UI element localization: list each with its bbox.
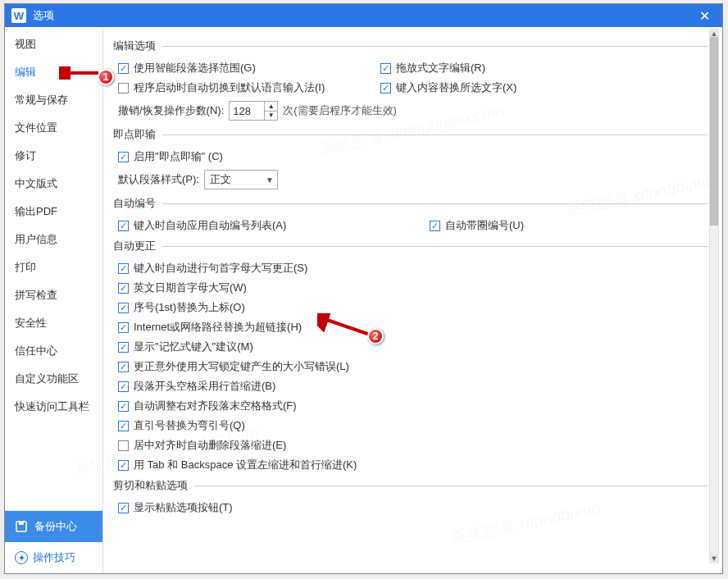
- section-title: 自动更正: [113, 239, 156, 253]
- tips-link[interactable]: ✦ 操作技巧: [5, 542, 102, 573]
- checkbox-label[interactable]: 显示粘贴选项按钮(T): [134, 500, 233, 515]
- backup-icon: [15, 520, 28, 533]
- section-title: 自动编号: [113, 196, 156, 211]
- section-title: 剪切和粘贴选项: [113, 478, 188, 493]
- sidebar-item-user-info[interactable]: 用户信息: [5, 226, 102, 253]
- checkbox-ordinal-superscript[interactable]: [118, 303, 129, 313]
- sidebar-item-chinese-layout[interactable]: 中文版式: [5, 170, 102, 198]
- sidebar: 视图 编辑 常规与保存 文件位置 修订 中文版式 输出PDF 用户信息 打印 拼…: [5, 27, 103, 573]
- checkbox-label[interactable]: Internet或网络路径替换为超链接(H): [134, 320, 302, 335]
- section-header-auto-number: 自动编号: [113, 196, 708, 211]
- checkbox-label[interactable]: 直引号替换为弯引号(Q): [134, 418, 245, 433]
- window-title: 选项: [33, 8, 693, 23]
- scrollbar[interactable]: ▲ ▼: [709, 29, 719, 563]
- sidebar-item-view[interactable]: 视图: [5, 30, 102, 58]
- undo-steps-input[interactable]: 128 ▲ ▼: [229, 101, 278, 121]
- sidebar-item-trust-center[interactable]: 信任中心: [5, 337, 102, 365]
- checkbox-label[interactable]: 自动调整右对齐段落末空格格式(F): [134, 399, 297, 413]
- sidebar-item-quick-access[interactable]: 快速访问工具栏: [5, 393, 102, 421]
- checkbox-memory-suggestion[interactable]: [118, 342, 129, 353]
- checkbox-sentence-cap[interactable]: [118, 263, 129, 274]
- auto-correct-list: 键入时自动进行句首字母大写更正(S) 英文日期首字母大写(W) 序号(1st)替…: [113, 258, 708, 475]
- divider: [162, 203, 708, 204]
- checkbox-label[interactable]: 使用智能段落选择范围(G): [134, 61, 256, 75]
- annotation-badge-2: 2: [367, 328, 384, 344]
- section-title: 编辑选项: [113, 39, 156, 53]
- sidebar-list: 视图 编辑 常规与保存 文件位置 修订 中文版式 输出PDF 用户信息 打印 拼…: [5, 27, 102, 510]
- checkbox-label[interactable]: 用 Tab 和 Backspace 设置左缩进和首行缩进(K): [134, 458, 357, 472]
- sidebar-item-revision[interactable]: 修订: [5, 142, 102, 170]
- sidebar-item-customize-ribbon[interactable]: 自定义功能区: [5, 365, 102, 393]
- divider: [162, 46, 708, 47]
- checkbox-circle-number[interactable]: [430, 221, 440, 231]
- checkbox-auto-number-list[interactable]: [118, 221, 129, 231]
- close-button[interactable]: ✕: [693, 8, 716, 24]
- checkbox-smart-paragraph[interactable]: [118, 63, 129, 74]
- sidebar-item-print[interactable]: 打印: [5, 253, 102, 281]
- checkbox-label[interactable]: 序号(1st)替换为上标(O): [134, 300, 245, 315]
- checkbox-label[interactable]: 更正意外使用大写锁定键产生的大小写错误(L): [134, 359, 349, 374]
- annotation-badge-1: 1: [98, 69, 114, 85]
- backup-center-label: 备份中心: [34, 519, 77, 534]
- sidebar-item-file-location[interactable]: 文件位置: [5, 114, 102, 142]
- checkbox-label[interactable]: 英文日期首字母大写(W): [134, 280, 247, 295]
- lightbulb-icon: ✦: [15, 551, 28, 564]
- divider: [162, 246, 708, 247]
- section-title: 即点即输: [113, 127, 156, 142]
- checkbox-label[interactable]: 程序启动时自动切换到默认语言输入法(I): [134, 80, 325, 95]
- section-header-click-type: 即点即输: [113, 127, 708, 142]
- checkbox-label[interactable]: 显示"记忆式键入"建议(M): [134, 340, 253, 354]
- backup-center-button[interactable]: 备份中心: [5, 511, 102, 542]
- checkbox-date-cap[interactable]: [118, 283, 129, 294]
- checkbox-replace-selected[interactable]: [380, 83, 391, 93]
- sidebar-item-edit[interactable]: 编辑: [5, 58, 102, 86]
- default-style-label: 默认段落样式(P):: [118, 172, 199, 187]
- checkbox-capslock-correct[interactable]: [118, 362, 129, 372]
- checkbox-first-line-indent[interactable]: [118, 381, 129, 392]
- svg-rect-1: [19, 522, 24, 525]
- default-style-value: 正文: [210, 172, 231, 187]
- checkbox-tab-backspace-indent[interactable]: [118, 460, 129, 471]
- checkbox-auto-ime[interactable]: [118, 83, 129, 93]
- sidebar-item-output-pdf[interactable]: 输出PDF: [5, 198, 102, 226]
- checkbox-label[interactable]: 自动带圈编号(U): [445, 218, 524, 233]
- content-panel: 编辑选项 使用智能段落选择范围(G) 程序启动时自动切换到默认语言输入法(I) …: [103, 27, 722, 573]
- checkbox-label[interactable]: 拖放式文字编辑(R): [396, 61, 485, 75]
- checkbox-label[interactable]: 键入内容替换所选文字(X): [396, 80, 516, 95]
- checkbox-internet-hyperlink[interactable]: [118, 322, 129, 333]
- checkbox-center-remove-indent[interactable]: [118, 440, 129, 451]
- sidebar-item-security[interactable]: 安全性: [5, 309, 102, 337]
- checkbox-label[interactable]: 启用"即点即输" (C): [134, 149, 223, 164]
- checkbox-label[interactable]: 居中对齐时自动删除段落缩进(E): [134, 438, 286, 453]
- sidebar-item-general-save[interactable]: 常规与保存: [5, 86, 102, 114]
- chevron-down-icon: ▼: [266, 176, 274, 185]
- checkbox-adjust-right-align[interactable]: [118, 401, 129, 412]
- titlebar: W 选项 ✕: [5, 4, 722, 27]
- checkbox-smart-quotes[interactable]: [118, 421, 129, 431]
- scrollbar-arrow-down[interactable]: ▼: [709, 554, 719, 563]
- undo-steps-row: 撤销/恢复操作步数(N): 128 ▲ ▼ 次(需要启程序才能生效): [113, 98, 708, 124]
- checkbox-enable-click-type[interactable]: [118, 152, 129, 162]
- section-header-auto-correct: 自动更正: [113, 239, 708, 253]
- checkbox-show-paste-options[interactable]: [118, 503, 129, 513]
- default-style-select[interactable]: 正文 ▼: [204, 170, 278, 189]
- dialog-body: 视图 编辑 常规与保存 文件位置 修订 中文版式 输出PDF 用户信息 打印 拼…: [5, 27, 722, 573]
- spinner: ▲ ▼: [264, 102, 277, 120]
- scrollbar-thumb[interactable]: [710, 37, 718, 226]
- checkbox-drag-drop-edit[interactable]: [380, 63, 391, 74]
- sidebar-item-spellcheck[interactable]: 拼写检查: [5, 281, 102, 309]
- section-header-edit-options: 编辑选项: [113, 39, 708, 53]
- sidebar-bottom: 备份中心 ✦ 操作技巧: [5, 510, 102, 573]
- divider: [194, 486, 708, 486]
- undo-steps-label: 撤销/恢复操作步数(N):: [118, 103, 224, 118]
- edit-options-grid: 使用智能段落选择范围(G) 程序启动时自动切换到默认语言输入法(I) 拖放式文字…: [113, 58, 708, 98]
- undo-steps-value: 128: [233, 105, 251, 117]
- checkbox-label[interactable]: 键入时自动应用自动编号列表(A): [134, 218, 286, 233]
- spinner-up[interactable]: ▲: [264, 102, 277, 112]
- divider: [162, 134, 708, 135]
- checkbox-label[interactable]: 段落开头空格采用行首缩进(B): [134, 379, 275, 394]
- checkbox-label[interactable]: 键入时自动进行句首字母大写更正(S): [134, 261, 307, 276]
- app-icon: W: [11, 8, 26, 23]
- undo-steps-hint: 次(需要启程序才能生效): [283, 103, 397, 118]
- spinner-down[interactable]: ▼: [264, 112, 277, 121]
